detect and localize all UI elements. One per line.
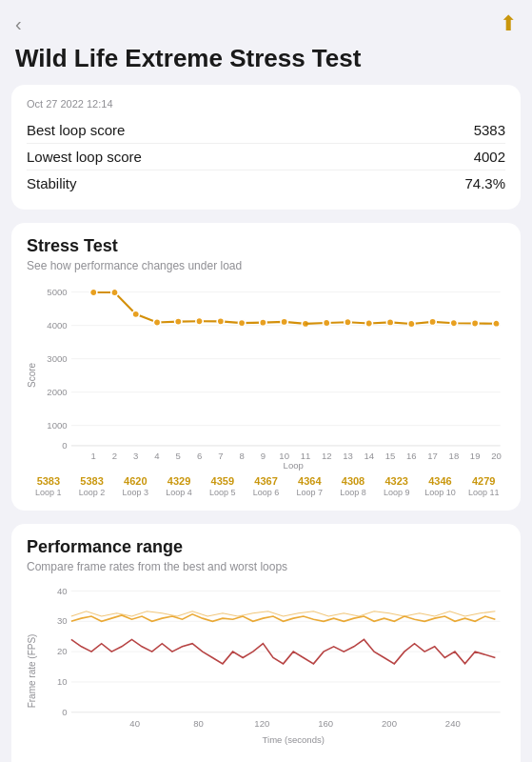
svg-point-36 — [153, 319, 160, 326]
svg-text:5000: 5000 — [47, 287, 67, 297]
loop-item-1: 5383 Loop 1 — [27, 475, 70, 497]
svg-point-35 — [132, 311, 139, 317]
loop-item-3: 4620 Loop 3 — [113, 475, 157, 497]
loop-label-6: Loop 6 — [253, 488, 280, 497]
svg-text:1: 1 — [91, 451, 96, 461]
svg-text:10: 10 — [57, 676, 68, 687]
svg-text:14: 14 — [364, 451, 374, 461]
svg-point-44 — [324, 319, 330, 326]
svg-text:4000: 4000 — [47, 320, 67, 331]
loop-label-11: Loop 11 — [468, 488, 500, 497]
loop-label-8: Loop 8 — [340, 488, 366, 497]
stat-row-lowest: Lowest loop score 4002 — [27, 144, 505, 170]
svg-point-45 — [345, 319, 351, 326]
loop-score-10: 4346 — [428, 475, 451, 487]
svg-text:17: 17 — [427, 451, 438, 461]
loop-label-7: Loop 7 — [297, 488, 324, 497]
page-title: Wild Life Extreme Stress Test — [15, 44, 517, 73]
performance-range-card: Performance range Compare frame rates fr… — [11, 524, 521, 762]
stat-label-stability: Stability — [27, 175, 77, 191]
svg-text:10: 10 — [279, 451, 289, 461]
svg-text:30: 30 — [57, 616, 68, 627]
perf-range-subtitle: Compare frame rates from the best and wo… — [27, 560, 505, 573]
svg-text:16: 16 — [406, 451, 417, 461]
perf-chart-inner: 40 30 20 10 0 40 80 120 160 200 240 Time… — [41, 583, 505, 758]
loop-item-5: 4359 Loop 5 — [201, 475, 245, 497]
svg-text:0: 0 — [62, 707, 67, 717]
svg-point-38 — [196, 318, 203, 325]
svg-text:240: 240 — [445, 718, 461, 729]
loop-score-6: 4367 — [254, 475, 277, 487]
svg-point-41 — [260, 319, 266, 326]
loop-score-11: 4279 — [472, 475, 495, 487]
svg-text:120: 120 — [254, 718, 269, 729]
loop-score-5: 4359 — [211, 475, 234, 487]
svg-point-48 — [408, 320, 415, 327]
loop-scores-row: 5383 Loop 1 5383 Loop 2 4620 Loop 3 4329… — [27, 475, 505, 497]
svg-text:6: 6 — [197, 451, 202, 461]
stress-test-card: Stress Test See how performance changes … — [11, 223, 521, 511]
svg-text:11: 11 — [301, 451, 311, 461]
svg-text:2: 2 — [112, 451, 117, 461]
loop-label-1: Loop 1 — [35, 488, 62, 497]
svg-text:Loop: Loop — [284, 460, 304, 471]
stat-value-stability: 74.3% — [464, 175, 505, 191]
loop-score-9: 4323 — [385, 475, 408, 487]
svg-point-51 — [471, 320, 478, 327]
svg-text:0: 0 — [62, 440, 67, 451]
loop-item-7: 4364 Loop 7 — [287, 475, 331, 497]
svg-point-37 — [175, 318, 182, 325]
svg-text:1000: 1000 — [47, 420, 67, 431]
loop-item-11: 4279 Loop 11 — [462, 475, 505, 497]
loop-score-1: 5383 — [37, 475, 60, 487]
stat-row-best: Best loop score 5383 — [27, 117, 505, 144]
stats-date: Oct 27 2022 12:14 — [27, 98, 505, 110]
stress-chart-inner: 5000 4000 3000 2000 1000 0 1 2 3 4 5 6 7… — [41, 282, 505, 468]
stat-label-best: Best loop score — [27, 122, 125, 138]
svg-text:13: 13 — [343, 451, 353, 461]
loop-label-10: Loop 10 — [424, 488, 456, 497]
stress-test-title: Stress Test — [27, 236, 505, 256]
loop-score-2: 5383 — [80, 475, 103, 487]
stat-label-lowest: Lowest loop score — [27, 149, 142, 165]
svg-point-50 — [450, 320, 457, 327]
svg-text:Time (seconds): Time (seconds) — [263, 734, 325, 745]
stat-value-lowest: 4002 — [474, 149, 505, 165]
svg-text:20: 20 — [57, 646, 68, 656]
perf-chart-area: Frame rate (FPS) 40 30 20 10 0 40 80 120… — [27, 583, 505, 758]
page-title-section: Wild Life Extreme Stress Test — [0, 40, 532, 85]
svg-text:20: 20 — [491, 451, 502, 461]
svg-text:7: 7 — [218, 451, 223, 461]
back-button[interactable]: ‹ — [15, 13, 42, 35]
svg-text:3000: 3000 — [47, 353, 67, 364]
perf-range-title: Performance range — [27, 537, 505, 557]
loop-label-9: Loop 9 — [384, 488, 410, 497]
loop-score-3: 4620 — [124, 475, 147, 487]
stats-card: Oct 27 2022 12:14 Best loop score 5383 L… — [11, 85, 521, 210]
stat-value-best: 5383 — [474, 122, 505, 138]
svg-text:12: 12 — [322, 451, 332, 461]
stress-chart-svg: 5000 4000 3000 2000 1000 0 1 2 3 4 5 6 7… — [41, 282, 505, 464]
svg-point-40 — [238, 320, 245, 327]
perf-y-axis-label: Frame rate (FPS) — [27, 583, 37, 758]
svg-text:18: 18 — [449, 451, 460, 461]
svg-point-49 — [429, 318, 436, 325]
loop-score-4: 4329 — [167, 475, 190, 487]
svg-point-34 — [111, 290, 118, 296]
svg-text:8: 8 — [239, 451, 244, 461]
svg-text:19: 19 — [470, 451, 481, 461]
stress-chart-area: Score 5000 4000 3000 2000 1000 0 1 2 — [27, 282, 505, 468]
loop-label-3: Loop 3 — [123, 488, 149, 497]
stress-y-axis-label: Score — [27, 282, 37, 468]
svg-point-42 — [281, 318, 287, 325]
svg-text:15: 15 — [385, 451, 396, 461]
share-button[interactable]: ⬆ — [500, 11, 517, 36]
stat-row-stability: Stability 74.3% — [27, 170, 505, 196]
svg-text:80: 80 — [193, 718, 204, 729]
perf-chart-svg: 40 30 20 10 0 40 80 120 160 200 240 Time… — [41, 583, 505, 754]
loop-label-4: Loop 4 — [166, 488, 192, 497]
loop-item-4: 4329 Loop 4 — [157, 475, 201, 497]
loop-item-9: 4323 Loop 9 — [375, 475, 419, 497]
loop-item-8: 4308 Loop 8 — [331, 475, 375, 497]
svg-text:160: 160 — [318, 718, 333, 729]
